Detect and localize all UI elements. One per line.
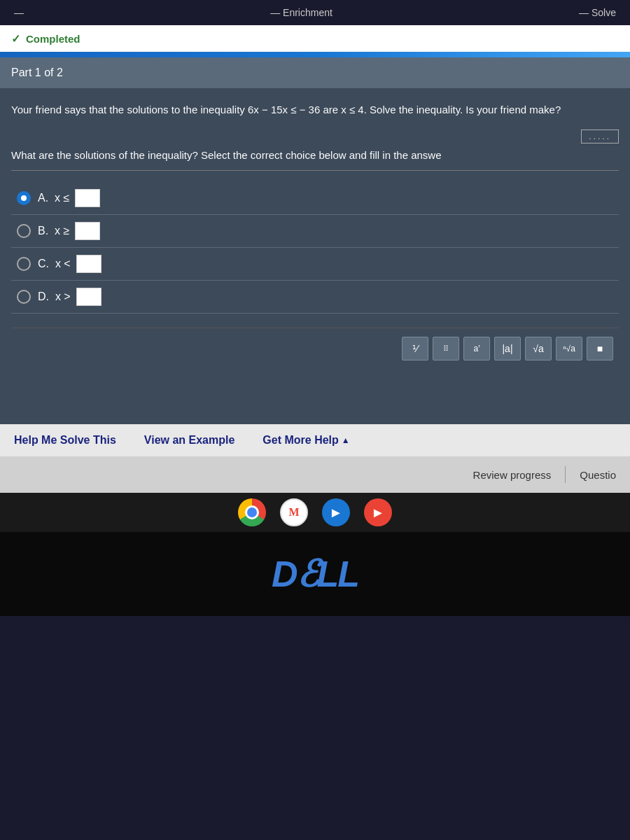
- choice-c-id: C. x <: [38, 258, 71, 270]
- choice-c-label: C. x <: [38, 255, 102, 273]
- action-bar: Help Me Solve This View an Example Get M…: [0, 424, 630, 456]
- question-link[interactable]: Questio: [580, 469, 616, 481]
- more-icon: ■: [597, 343, 603, 354]
- choice-d-input[interactable]: [76, 288, 102, 306]
- choice-a-input[interactable]: [75, 189, 100, 207]
- sqrt-icon: √a: [533, 343, 543, 354]
- help-me-solve-link[interactable]: Help Me Solve This: [14, 434, 116, 447]
- radio-a[interactable]: [17, 191, 31, 205]
- fraction-button[interactable]: ⅟: [402, 337, 428, 360]
- sub-question-text: What are the solutions of the inequality…: [11, 148, 619, 172]
- review-progress-link[interactable]: Review progress: [473, 469, 552, 481]
- chrome-inner-circle: [246, 507, 258, 518]
- nav-left: —: [14, 7, 24, 18]
- get-more-help-button[interactable]: Get More Help ▲: [262, 434, 349, 447]
- nth-root-button[interactable]: ⁿ√a: [556, 337, 582, 360]
- choice-d-row[interactable]: D. x >: [11, 281, 619, 314]
- matrix-button[interactable]: ⠿: [433, 337, 459, 360]
- choice-b-input[interactable]: [75, 222, 100, 240]
- radio-c[interactable]: [17, 257, 31, 271]
- footer-bar: Review progress Questio: [0, 456, 630, 493]
- choice-d-id: D. x >: [38, 290, 71, 303]
- prime-icon: a′: [474, 344, 480, 354]
- dell-logo: DℰLL: [272, 553, 358, 595]
- get-more-help-label: Get More Help: [262, 434, 338, 447]
- dotted-line-row: .....: [11, 130, 619, 144]
- choice-b-row[interactable]: B. x ≥: [11, 215, 619, 248]
- checkmark-icon: ✓: [11, 32, 20, 46]
- app-blue-symbol: ►: [329, 505, 343, 521]
- choice-b-label: B. x ≥: [38, 222, 100, 240]
- choice-b-id: B. x ≥: [38, 225, 69, 237]
- arrow-up-icon: ▲: [342, 435, 350, 445]
- nth-root-icon: ⁿ√a: [563, 344, 575, 354]
- app-blue-icon[interactable]: ►: [322, 498, 350, 526]
- more-button[interactable]: ■: [587, 337, 613, 360]
- chrome-icon[interactable]: [238, 498, 266, 526]
- dell-logo-area: DℰLL: [0, 532, 630, 616]
- section-bar: Part 1 of 2: [0, 57, 630, 88]
- nav-enrichment: — Enrichment: [270, 7, 332, 18]
- prime-button[interactable]: a′: [463, 337, 490, 360]
- enrichment-label: — Enrichment: [270, 7, 332, 18]
- choice-d-label: D. x >: [38, 288, 102, 306]
- main-content: Your friend says that the solutions to t…: [0, 88, 630, 424]
- gmail-icon[interactable]: M: [280, 498, 308, 526]
- sqrt-button[interactable]: √a: [525, 337, 552, 360]
- matrix-icon: ⠿: [443, 344, 449, 354]
- radio-d[interactable]: [17, 290, 31, 304]
- youtube-symbol: ►: [371, 505, 385, 521]
- question-main-text: Your friend says that the solutions to t…: [11, 102, 619, 118]
- completed-text: Completed: [26, 33, 80, 45]
- completed-bar: ✓ Completed: [0, 25, 630, 52]
- nav-dash-left: —: [14, 7, 24, 18]
- choice-c-input[interactable]: [76, 255, 102, 273]
- footer-divider: [565, 466, 566, 483]
- choice-c-row[interactable]: C. x <: [11, 248, 619, 281]
- absolute-value-icon: |a|: [502, 343, 512, 354]
- accent-bar: [0, 52, 630, 57]
- dell-logo-ll: LL: [317, 554, 359, 594]
- nav-solve: — Solve: [579, 7, 616, 18]
- dell-logo-cross: ℰ: [297, 554, 317, 594]
- choice-a-label: A. x ≤: [38, 189, 100, 207]
- part-label: Part 1 of 2: [11, 66, 63, 79]
- dotted-line: .....: [581, 130, 619, 144]
- youtube-icon[interactable]: ►: [364, 498, 392, 526]
- math-toolbar: ⅟ ⠿ a′ |a| √a ⁿ√a ■: [11, 328, 619, 369]
- choice-a-id: A. x ≤: [38, 192, 69, 204]
- absolute-value-button[interactable]: |a|: [494, 337, 521, 360]
- view-example-link[interactable]: View an Example: [144, 434, 235, 447]
- solve-label: — Solve: [579, 7, 616, 18]
- top-nav: — — Enrichment — Solve: [0, 0, 630, 25]
- radio-b[interactable]: [17, 224, 31, 238]
- fraction-icon: ⅟: [412, 343, 418, 354]
- taskbar: M ► ►: [0, 493, 630, 532]
- dell-logo-text: D: [272, 554, 297, 594]
- gmail-label: M: [288, 506, 299, 519]
- choice-a-row[interactable]: A. x ≤: [11, 182, 619, 215]
